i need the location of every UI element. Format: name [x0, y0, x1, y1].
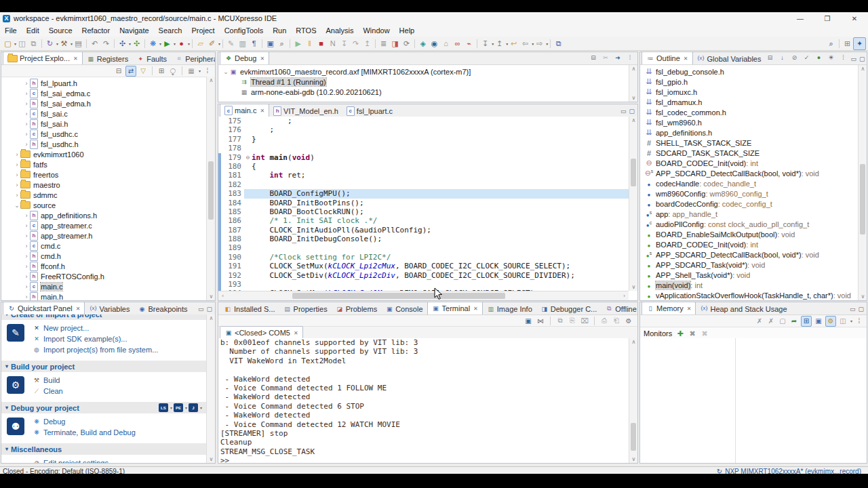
- tab-project-explo[interactable]: Project Explo...✕: [3, 52, 83, 64]
- debug-tree-item[interactable]: ▦arm-none-eabi-gdb (10.2.90.20210621): [218, 87, 629, 97]
- maximize-view-icon[interactable]: ▢: [859, 56, 865, 62]
- outline-item[interactable]: ⇊fsl_gpio.h: [640, 77, 858, 87]
- tree-item[interactable]: ›hfsl_sai_edma.h: [1, 98, 206, 108]
- menu-rtos[interactable]: RTOS: [291, 24, 321, 37]
- menu-window[interactable]: Window: [358, 24, 394, 37]
- scroll-down-icon[interactable]: ∨: [859, 293, 867, 300]
- dropdown-caret-icon[interactable]: ▾: [850, 319, 852, 323]
- outline-item[interactable]: ●BOARD_EnableSaiMclkOutput(bool) : void: [640, 229, 858, 239]
- tree-item[interactable]: ›hmain.h: [1, 291, 206, 300]
- close-icon[interactable]: ✕: [76, 306, 81, 312]
- tab-vit-model-en-h[interactable]: hVIT_Model_en.h: [269, 105, 342, 117]
- save-icon[interactable]: ◫: [16, 38, 28, 49]
- collapse-all-icon[interactable]: ⊟: [114, 66, 123, 76]
- debug-tree-item[interactable]: ⇉Thread #1 1 (Running): [218, 77, 629, 87]
- expand-arrow-icon[interactable]: ›: [23, 100, 30, 107]
- quickstart-link[interactable]: ◍Import project(s) from file system...: [33, 344, 206, 355]
- code-line[interactable]: 187 CLOCK_InitAudioPll(&audioPllConfig);: [218, 226, 629, 235]
- disconnect-icon[interactable]: N: [327, 38, 338, 49]
- dropdown-caret-icon[interactable]: ▾: [546, 41, 548, 46]
- mark-occurrences-icon[interactable]: ▥: [237, 38, 248, 49]
- run-icon[interactable]: ▶: [161, 38, 173, 49]
- home-icon[interactable]: ⌂: [440, 38, 452, 49]
- quickstart-link[interactable]: ❋Terminate, Build and Debug: [33, 427, 206, 438]
- forward-icon[interactable]: ⇨: [534, 38, 545, 49]
- dropdown-caret-icon[interactable]: ▾: [199, 68, 201, 73]
- expand-arrow-icon[interactable]: ›: [14, 151, 20, 158]
- resume-icon[interactable]: ▶: [292, 38, 304, 49]
- debug-tree-item[interactable]: ⌄▣evkmimxrt1060_maestro_record.axf [MIMX…: [218, 66, 629, 77]
- code-line[interactable]: 189: [218, 243, 629, 252]
- close-icon[interactable]: ✕: [684, 56, 688, 62]
- scroll-down-icon[interactable]: ∨: [629, 95, 638, 101]
- tab-offline-perip[interactable]: ⧉Offline Perip...: [601, 303, 638, 314]
- run-config-icon[interactable]: ✣: [131, 38, 142, 49]
- outline-item[interactable]: #SHELL_TASK_STACK_SIZE: [640, 138, 858, 148]
- tree-item[interactable]: ›hfsl_sai.h: [1, 119, 206, 129]
- dropdown-caret-icon[interactable]: ▾: [185, 405, 187, 410]
- quickstart-scrollbar[interactable]: ∧ ∨: [206, 314, 215, 463]
- quickstart-link[interactable]: ✕New project...: [33, 323, 206, 333]
- probe-ls-button[interactable]: LS: [159, 403, 168, 412]
- expand-arrow-icon[interactable]: ›: [23, 273, 30, 280]
- section-collapse-icon[interactable]: ▾: [5, 405, 8, 411]
- outline-item[interactable]: ●caudioPllConfig : const clock_audio_pll…: [640, 219, 858, 229]
- expand-arrow-icon[interactable]: ›: [23, 212, 30, 219]
- tree-item[interactable]: ›fatfs: [1, 159, 206, 169]
- quickstart-link[interactable]: ❋Debug: [33, 416, 206, 427]
- expand-arrow-icon[interactable]: ›: [23, 90, 30, 97]
- outline-item[interactable]: ⇊fsl_iomuxc.h: [640, 87, 858, 97]
- debug-icon[interactable]: ❋: [147, 38, 159, 49]
- tab-image-info[interactable]: ▥Image Info: [483, 303, 536, 314]
- minimize-view-icon[interactable]: ▭: [850, 306, 856, 312]
- save-all-icon[interactable]: ⧉: [28, 38, 39, 49]
- tab-com5[interactable]: ▣ <Closed> COM5✕: [220, 326, 303, 339]
- code-editor[interactable]: 175 ;176 ;177}178179⊖int main(void)180{1…: [218, 117, 629, 291]
- tab-problems[interactable]: ◪Problems: [332, 303, 381, 314]
- outline-item[interactable]: ⇊fsl_codec_common.h: [640, 107, 858, 117]
- tree-item[interactable]: ›hcmd.h: [1, 251, 206, 261]
- view-menu-icon[interactable]: ▦: [186, 66, 196, 76]
- code-line[interactable]: 190 /*Clock setting for LPI2C*/: [218, 253, 629, 262]
- expand-arrow-icon[interactable]: ›: [23, 222, 30, 229]
- tab-main-c[interactable]: cmain.c✕: [220, 104, 269, 117]
- format-icon[interactable]: ✎: [225, 38, 237, 49]
- tab-memory[interactable]: ▯Memory✕: [642, 302, 696, 314]
- tab-faults[interactable]: ✦Faults: [132, 53, 171, 64]
- editor-vscrollbar[interactable]: ∧ ∨: [629, 117, 637, 291]
- code-line[interactable]: 184 BOARD_InitBootPins();: [218, 199, 629, 207]
- minimize-view-icon[interactable]: ▭: [850, 56, 856, 62]
- collapse-arrow-icon[interactable]: ⌄: [14, 202, 20, 209]
- minimize-button[interactable]: —: [787, 15, 814, 22]
- close-button[interactable]: ✕: [841, 15, 868, 22]
- menu-analysis[interactable]: Analysis: [321, 24, 359, 37]
- tab-properties[interactable]: ▤Properties: [279, 303, 332, 314]
- outline-item[interactable]: ●APP_SDCARD_Task(void*) : void: [640, 260, 858, 270]
- dropdown-caret-icon[interactable]: ▾: [218, 41, 220, 46]
- minimize-view-icon[interactable]: ▭: [620, 108, 627, 115]
- tree-item[interactable]: ›cfsl_usdhc.c: [1, 129, 206, 139]
- menu-run[interactable]: Run: [268, 24, 291, 37]
- scroll-down-icon[interactable]: ∨: [207, 293, 216, 300]
- section-header[interactable]: ▾Create or Import a project: [1, 314, 206, 320]
- section-header[interactable]: ▾Miscellaneous: [1, 443, 206, 455]
- fold-minus-icon[interactable]: ⊖: [244, 153, 252, 162]
- maximize-view-icon[interactable]: ▢: [629, 108, 635, 115]
- menu-file[interactable]: File: [0, 24, 22, 37]
- new-tab-icon[interactable]: ▢: [778, 317, 787, 326]
- build-hammer-icon[interactable]: ⚒: [58, 38, 70, 49]
- add-monitor-icon[interactable]: ✚: [675, 329, 685, 338]
- maximize-view-icon[interactable]: ▢: [206, 306, 212, 312]
- tab-debug[interactable]: ❖ Debug✕: [220, 52, 269, 64]
- debug-scrollbar[interactable]: ∧ ∨: [629, 65, 637, 102]
- perspective-develop-icon[interactable]: ✦: [853, 37, 866, 50]
- tab-console[interactable]: ▣Console: [381, 303, 427, 314]
- restore-button[interactable]: ❐: [814, 15, 841, 22]
- more-icon[interactable]: ⁞: [854, 317, 864, 326]
- code-line[interactable]: 182: [218, 180, 629, 189]
- copy-icon[interactable]: ⧉: [555, 316, 565, 325]
- undo-icon[interactable]: ↶: [89, 38, 100, 49]
- outline-item[interactable]: ●vApplicationStackOverflowHook(TaskHandl…: [640, 290, 858, 300]
- hide-nonpublic-icon[interactable]: ●: [814, 53, 823, 62]
- jlink-icon[interactable]: ⌁: [463, 38, 475, 49]
